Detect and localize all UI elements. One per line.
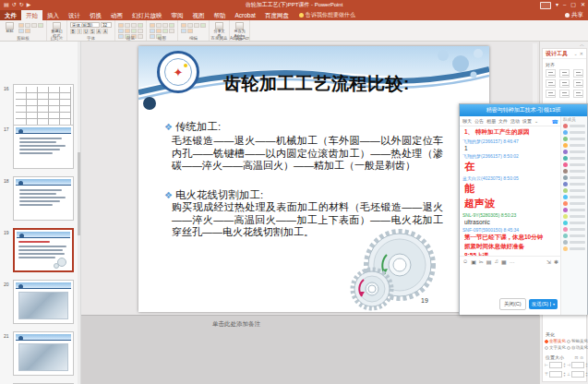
chat-send-button[interactable]: 发送(S) ▾ (529, 299, 558, 309)
ribbon-mini-button[interactable] (156, 29, 162, 33)
member-row[interactable] (561, 161, 587, 167)
minimize-icon[interactable]: – (563, 1, 566, 9)
ribbon-tab-2[interactable]: 插入 (42, 10, 64, 20)
notes-pane[interactable]: 单击此处添加备注 (81, 315, 539, 384)
ribbon-mini-button[interactable] (31, 23, 37, 28)
chat-message-list[interactable]: 1、 特种加工产生的原因飞翔的梦(2366157) 8:46:471飞翔的梦(2… (460, 126, 561, 256)
lock-icon[interactable]: ⊡ (574, 355, 578, 360)
tell-me-search[interactable]: 告诉我你想要做什么 (299, 10, 355, 20)
expand-icon[interactable]: ⇲ (546, 258, 551, 265)
beautify-option-1[interactable]: 智能美化 (567, 339, 588, 343)
close-icon[interactable]: ✕ (581, 1, 585, 9)
ribbon-mini-button[interactable] (131, 23, 137, 28)
restore-icon[interactable]: ▢ (570, 1, 576, 9)
align-icon-3[interactable] (546, 79, 556, 88)
member-row[interactable] (561, 122, 587, 128)
ribbon-mini-button[interactable] (162, 23, 168, 28)
chat-tab-3[interactable]: 文件 (498, 118, 508, 124)
panel-close-icon[interactable]: ✕ (580, 51, 583, 56)
slide-thumbnail-18[interactable] (13, 176, 74, 221)
member-row[interactable] (561, 245, 587, 251)
member-row[interactable] (561, 219, 587, 225)
ribbon-tab-1[interactable]: 开始 (21, 10, 42, 20)
thumbnail-scrollbar[interactable] (78, 42, 80, 384)
slideshow-icon[interactable]: ▶ (27, 1, 31, 9)
slide-section-body[interactable]: 毛坯锻造——退火——机械加工（车外圆——以外圆定位车内孔——铣键槽——以内圆定位… (172, 135, 443, 173)
notes-placeholder[interactable]: 单击此处添加备注 (212, 320, 260, 329)
ribbon-tab-10[interactable]: Acrobat (231, 10, 260, 20)
chat-tab-1[interactable]: 公告 (474, 118, 484, 124)
member-list[interactable]: 群成员 (560, 116, 587, 315)
ribbon-big-button[interactable]: 粘贴 (3, 22, 17, 34)
member-row[interactable] (561, 148, 587, 154)
spinner-icon[interactable]: ▲▼ (563, 363, 566, 368)
align-icon-2[interactable] (573, 69, 583, 78)
ribbon-mini-button[interactable] (181, 29, 186, 33)
ribbon-mini-button[interactable] (169, 23, 174, 28)
member-row[interactable] (561, 199, 587, 206)
undo-icon[interactable]: ↺ (12, 1, 17, 9)
slide-thumbnail-21[interactable] (13, 331, 74, 376)
ribbon-mini-button[interactable] (187, 23, 193, 28)
ribbon-tab-4[interactable]: 切换 (85, 10, 106, 20)
align-icon-4[interactable] (559, 79, 570, 88)
member-row[interactable] (561, 174, 587, 180)
ribbon-mini-button[interactable] (118, 29, 124, 33)
slide-thumbnail-20[interactable] (13, 280, 74, 324)
align-icon-7[interactable] (559, 90, 570, 98)
redo-icon[interactable]: ↻ (19, 1, 24, 9)
member-row[interactable] (561, 193, 587, 199)
chat-tab-0[interactable]: 聊天 (462, 118, 472, 124)
ribbon-mini-button[interactable] (18, 29, 24, 33)
beautify-option-2[interactable]: 文字美化 (545, 345, 566, 350)
ribbon-mini-button[interactable] (38, 23, 43, 28)
ribbon-mini-button[interactable] (150, 23, 155, 28)
ribbon-mini-button[interactable] (138, 23, 143, 28)
position-input[interactable] (549, 371, 562, 378)
chat-tab-4[interactable]: 活动 (510, 118, 520, 124)
align-icon-6[interactable] (546, 90, 556, 98)
slide-canvas[interactable]: ✦ 齿轮加工工艺流程比较: ❖传统加工:毛坯锻造——退火——机械加工（车外圆——… (138, 46, 489, 312)
ribbon-mini-button[interactable] (125, 29, 130, 33)
ribbon-mini-button[interactable] (125, 23, 130, 28)
ribbon-tab-8[interactable]: 视图 (188, 10, 210, 20)
spinner-icon[interactable]: ▲▼ (563, 372, 566, 378)
panel-collapse-icon[interactable]: ︿ (580, 42, 584, 47)
slide-thumbnail-16[interactable] (13, 84, 74, 128)
ribbon-mini-button[interactable] (169, 29, 174, 33)
slide-title[interactable]: 齿轮加工工艺流程比较: (223, 72, 410, 96)
ribbon-mini-button[interactable] (118, 23, 124, 28)
send-dropdown-icon[interactable]: ▾ (550, 302, 555, 306)
slide-thumbnail-19[interactable] (13, 228, 74, 272)
ribbon-mini-button[interactable] (25, 29, 30, 33)
beautify-option-3[interactable]: 自动美化 (567, 345, 588, 350)
align-icon-0[interactable] (546, 69, 556, 78)
font-size-select[interactable]: 32 (101, 22, 112, 28)
ribbon-options-icon[interactable]: ▾ (556, 1, 558, 9)
slide-thumbnail-17[interactable] (13, 125, 74, 169)
ribbon-mini-button[interactable] (131, 29, 137, 33)
ribbon-mini-button[interactable] (181, 23, 186, 28)
member-row[interactable] (561, 180, 587, 186)
spinner-icon[interactable]: ▲▼ (585, 363, 588, 368)
format-s-button[interactable]: S (90, 29, 95, 34)
image-icon[interactable]: ▣ (471, 258, 476, 265)
position-input[interactable] (549, 362, 562, 368)
chat-close-button[interactable]: 关闭(C) (499, 298, 526, 310)
ribbon-mini-button[interactable] (194, 23, 199, 28)
member-row[interactable] (561, 225, 587, 232)
ribbon-mini-button[interactable] (138, 29, 143, 33)
format-b-button[interactable]: B (70, 29, 76, 34)
member-row[interactable] (561, 128, 587, 135)
member-row[interactable] (561, 135, 587, 141)
picture-icon[interactable]: ▦ (501, 258, 507, 265)
ribbon-mini-button[interactable] (187, 29, 193, 33)
spinner-icon[interactable]: ▲▼ (585, 372, 588, 378)
font-name-select[interactable]: 宋体 (标题) (70, 22, 100, 28)
member-row[interactable] (561, 167, 587, 174)
ribbon-tab-3[interactable]: 设计 (64, 10, 85, 20)
member-row[interactable] (561, 238, 587, 245)
member-row[interactable] (561, 186, 587, 193)
ribbon-tab-7[interactable]: 审阅 (167, 10, 188, 20)
position-input[interactable] (571, 362, 584, 368)
